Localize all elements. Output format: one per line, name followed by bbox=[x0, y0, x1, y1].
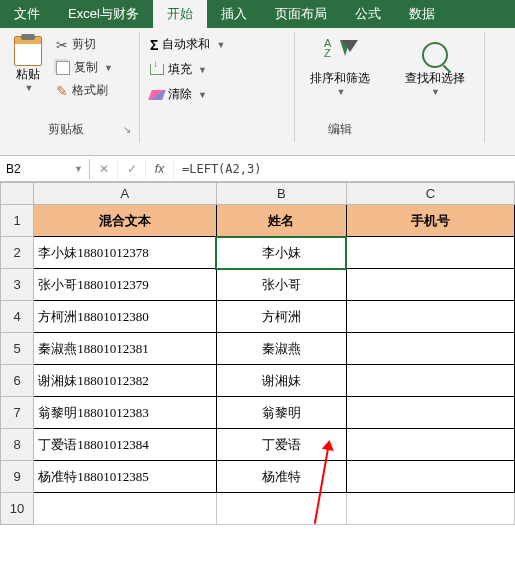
table-row: 6 谢湘妹18801012382 谢湘妹 bbox=[1, 365, 515, 397]
table-row: 3 张小哥18801012379 张小哥 bbox=[1, 269, 515, 301]
tab-file[interactable]: 文件 bbox=[0, 0, 54, 28]
cell[interactable]: 方柯洲 bbox=[216, 301, 346, 333]
cell[interactable]: 翁黎明 bbox=[216, 397, 346, 429]
group-sort: AZ 排序和筛选 ▼ 编辑 bbox=[295, 32, 385, 142]
worksheet: A B C 1 混合文本 姓名 手机号 2 李小妹18801012378 李小妹… bbox=[0, 182, 515, 525]
group-clipboard: 粘贴 ▼ ✂ 剪切 复制 ▼ ✎ 格式刷 bbox=[0, 32, 140, 142]
fill-label: 填充 bbox=[168, 61, 192, 78]
table-row: 8 丁爱语18801012384 丁爱语 bbox=[1, 429, 515, 461]
cell[interactable] bbox=[346, 301, 514, 333]
cell[interactable] bbox=[346, 237, 514, 269]
table-row: 7 翁黎明18801012383 翁黎明 bbox=[1, 397, 515, 429]
chevron-down-icon: ▼ bbox=[431, 87, 440, 97]
cell[interactable]: 杨准特18801012385 bbox=[34, 461, 216, 493]
cell[interactable] bbox=[216, 493, 346, 525]
fill-icon bbox=[150, 64, 164, 75]
row-header[interactable]: 3 bbox=[1, 269, 34, 301]
find-select-button[interactable]: 查找和选择 ▼ bbox=[393, 34, 476, 101]
cell[interactable] bbox=[346, 493, 514, 525]
cell[interactable] bbox=[346, 333, 514, 365]
tab-layout[interactable]: 页面布局 bbox=[261, 0, 341, 28]
col-header-a[interactable]: A bbox=[34, 183, 216, 205]
cell[interactable]: 手机号 bbox=[346, 205, 514, 237]
dialog-launcher-icon[interactable]: ↘ bbox=[123, 124, 131, 135]
sort-filter-button[interactable]: AZ 排序和筛选 ▼ bbox=[303, 34, 377, 101]
sort-filter-icon: AZ bbox=[324, 38, 356, 70]
tab-insert[interactable]: 插入 bbox=[207, 0, 261, 28]
tab-home[interactable]: 开始 bbox=[153, 0, 207, 28]
clear-button[interactable]: 清除 ▼ bbox=[148, 84, 286, 105]
paste-button[interactable]: 粘贴 ▼ bbox=[8, 34, 48, 101]
formula-bar: B2 ▼ ✕ ✓ fx =LEFT(A2,3) bbox=[0, 156, 515, 182]
format-painter-label: 格式刷 bbox=[72, 82, 108, 99]
grid[interactable]: A B C 1 混合文本 姓名 手机号 2 李小妹18801012378 李小妹… bbox=[0, 182, 515, 525]
cell[interactable]: 混合文本 bbox=[34, 205, 216, 237]
row-header[interactable]: 8 bbox=[1, 429, 34, 461]
group-editing-actions: Σ 自动求和 ▼ 填充 ▼ 清除 ▼ bbox=[140, 32, 295, 142]
formula-cancel-button[interactable]: ✕ bbox=[90, 158, 118, 180]
chevron-down-icon: ▼ bbox=[74, 164, 83, 174]
cell[interactable]: 张小哥 bbox=[216, 269, 346, 301]
clear-label: 清除 bbox=[168, 86, 192, 103]
row-header[interactable]: 4 bbox=[1, 301, 34, 333]
ribbon-tabs: 文件 Excel与财务 开始 插入 页面布局 公式 数据 bbox=[0, 0, 515, 28]
group-label-editing: 编辑 bbox=[303, 119, 377, 140]
formula-input[interactable]: =LEFT(A2,3) bbox=[174, 159, 515, 179]
chevron-down-icon: ▼ bbox=[216, 40, 225, 50]
row-header[interactable]: 9 bbox=[1, 461, 34, 493]
copy-icon bbox=[56, 61, 70, 75]
cell[interactable]: 杨准特 bbox=[216, 461, 346, 493]
cell[interactable]: 秦淑燕18801012381 bbox=[34, 333, 216, 365]
table-row: 2 李小妹18801012378 李小妹 bbox=[1, 237, 515, 269]
tab-data[interactable]: 数据 bbox=[395, 0, 449, 28]
cell[interactable]: 张小哥18801012379 bbox=[34, 269, 216, 301]
cell[interactable]: 丁爱语18801012384 bbox=[34, 429, 216, 461]
cell[interactable] bbox=[346, 461, 514, 493]
chevron-down-icon: ▼ bbox=[198, 65, 207, 75]
row-header[interactable]: 6 bbox=[1, 365, 34, 397]
formula-confirm-button[interactable]: ✓ bbox=[118, 158, 146, 180]
row-header[interactable]: 1 bbox=[1, 205, 34, 237]
fill-button[interactable]: 填充 ▼ bbox=[148, 59, 286, 80]
paste-label: 粘贴 bbox=[16, 66, 40, 83]
chevron-down-icon: ▼ bbox=[25, 83, 34, 93]
tab-excel-finance[interactable]: Excel与财务 bbox=[54, 0, 153, 28]
sigma-icon: Σ bbox=[150, 37, 158, 53]
row-header[interactable]: 10 bbox=[1, 493, 34, 525]
select-all-corner[interactable] bbox=[1, 183, 34, 205]
cell-selected[interactable]: 李小妹 bbox=[216, 237, 346, 269]
cell[interactable] bbox=[346, 269, 514, 301]
cell[interactable] bbox=[34, 493, 216, 525]
cut-button[interactable]: ✂ 剪切 bbox=[54, 34, 115, 55]
sort-filter-label: 排序和筛选 bbox=[310, 70, 370, 87]
cell[interactable] bbox=[346, 397, 514, 429]
autosum-button[interactable]: Σ 自动求和 ▼ bbox=[148, 34, 286, 55]
row-header[interactable]: 7 bbox=[1, 397, 34, 429]
table-row: 4 方柯洲18801012380 方柯洲 bbox=[1, 301, 515, 333]
fx-button[interactable]: fx bbox=[146, 158, 174, 180]
cell[interactable]: 姓名 bbox=[216, 205, 346, 237]
cell[interactable]: 方柯洲18801012380 bbox=[34, 301, 216, 333]
cell[interactable] bbox=[346, 365, 514, 397]
group-label-clipboard: 剪贴板 bbox=[8, 119, 123, 140]
tab-formula[interactable]: 公式 bbox=[341, 0, 395, 28]
name-box[interactable]: B2 ▼ bbox=[0, 159, 90, 179]
cell[interactable]: 秦淑燕 bbox=[216, 333, 346, 365]
cell[interactable]: 谢湘妹18801012382 bbox=[34, 365, 216, 397]
cell[interactable]: 李小妹18801012378 bbox=[34, 237, 216, 269]
magnifier-icon bbox=[422, 42, 448, 68]
row-header[interactable]: 5 bbox=[1, 333, 34, 365]
format-painter-button[interactable]: ✎ 格式刷 bbox=[54, 80, 115, 101]
chevron-down-icon: ▼ bbox=[104, 63, 113, 73]
col-header-b[interactable]: B bbox=[216, 183, 346, 205]
scissors-icon: ✂ bbox=[56, 37, 68, 53]
eraser-icon bbox=[148, 90, 166, 100]
cell[interactable]: 翁黎明18801012383 bbox=[34, 397, 216, 429]
table-row: 9 杨准特18801012385 杨准特 bbox=[1, 461, 515, 493]
cell[interactable] bbox=[346, 429, 514, 461]
col-header-c[interactable]: C bbox=[346, 183, 514, 205]
name-box-value: B2 bbox=[6, 162, 21, 176]
cell[interactable]: 谢湘妹 bbox=[216, 365, 346, 397]
row-header[interactable]: 2 bbox=[1, 237, 34, 269]
copy-button[interactable]: 复制 ▼ bbox=[54, 57, 115, 78]
